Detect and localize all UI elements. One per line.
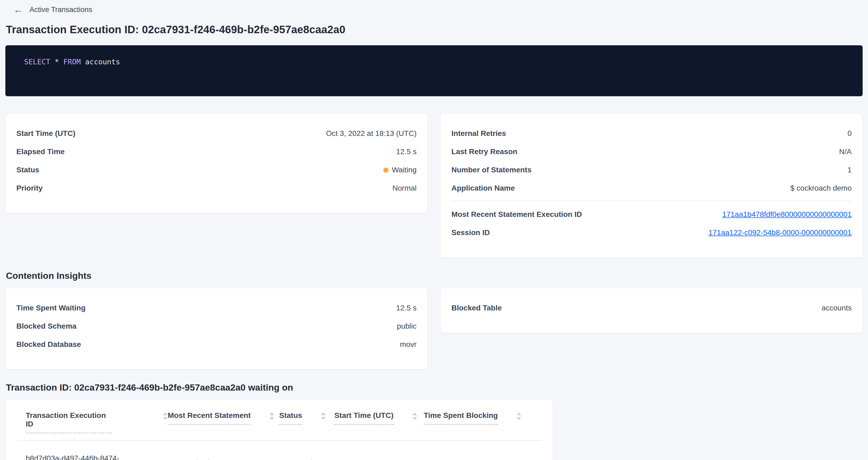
sql-table-name: accounts <box>85 58 120 66</box>
detail-label: Application Name <box>452 184 515 192</box>
detail-label: Session ID <box>452 228 490 237</box>
card-divider <box>452 201 851 201</box>
sort-icon[interactable] <box>412 412 417 420</box>
detail-row-time-spent-waiting: Time Spent Waiting 12.5 s <box>17 299 416 317</box>
waiting-on-heading: Transaction ID: 02ca7931-f246-469b-b2fe-… <box>6 382 863 393</box>
detail-label: Status <box>17 166 39 174</box>
detail-value: 12.5 s <box>396 148 416 156</box>
sort-icon[interactable] <box>321 412 326 420</box>
detail-row-stmt-exec-id: Most Recent Statement Execution ID 171aa… <box>452 205 851 223</box>
detail-label: Time Spent Waiting <box>17 304 86 312</box>
detail-row-start-time: Start Time (UTC) Oct 3, 2022 at 18:13 (U… <box>17 124 416 143</box>
sql-keyword-from: FROM <box>63 58 81 66</box>
detail-row-application-name: Application Name $ cockroach demo <box>452 179 851 197</box>
status-text: Waiting <box>392 166 416 174</box>
detail-row-statement-count: Number of Statements 1 <box>452 161 851 179</box>
statement-execution-id-link[interactable]: 171aa1b478fdf0e80000000000000001 <box>722 210 851 219</box>
overview-card-left: Start Time (UTC) Oct 3, 2022 at 18:13 (U… <box>5 113 428 213</box>
detail-value: 1 <box>847 166 851 174</box>
column-header-time-spent-blocking[interactable]: Time Spent Blocking <box>424 399 542 440</box>
page-title: Transaction Execution ID: 02ca7931-f246-… <box>6 24 863 36</box>
detail-label: Elapsed Time <box>17 148 65 156</box>
contention-card-left: Time Spent Waiting 12.5 s Blocked Schema… <box>5 288 428 369</box>
detail-label: Most Recent Statement Execution ID <box>452 210 582 219</box>
sort-icon[interactable] <box>270 412 274 420</box>
waiting-status-dot-icon <box>383 167 389 173</box>
cell-time-spent-blocking: 12.5 s <box>424 440 542 460</box>
detail-row-blocked-table: Blocked Table accounts <box>452 299 851 317</box>
transaction-details-page: ← Active Transactions Transaction Execut… <box>0 0 868 460</box>
overview-cards: Start Time (UTC) Oct 3, 2022 at 18:13 (U… <box>5 113 863 257</box>
column-header-start-time[interactable]: Start Time (UTC) <box>334 399 424 440</box>
detail-value: 0 <box>847 129 851 138</box>
table-row: b8d7d03a-d497-446b-8474-e50846674768 SHO… <box>17 440 542 460</box>
detail-value: 12.5 s <box>396 304 416 312</box>
detail-label: Blocked Schema <box>17 322 76 331</box>
detail-row-blocked-schema: Blocked Schema public <box>17 317 416 335</box>
detail-row-elapsed-time: Elapsed Time 12.5 s <box>17 143 416 161</box>
detail-label: Internal Retries <box>452 129 506 138</box>
detail-label: Priority <box>17 184 42 192</box>
column-label: Status <box>279 411 302 425</box>
session-id-link[interactable]: 171aa122-c092-54b8-0000-000000000001 <box>709 228 851 237</box>
status-badge: Waiting <box>383 166 416 174</box>
detail-value: accounts <box>822 304 851 312</box>
detail-value: movr <box>400 340 416 349</box>
detail-label: Last Retry Reason <box>452 148 517 156</box>
detail-value: Normal <box>393 184 416 192</box>
detail-label: Blocked Database <box>17 340 81 349</box>
status-badge: Executing <box>279 458 320 460</box>
cell-start-time: Oct 03, 2022 at 18:12 <box>334 440 424 460</box>
cell-most-recent-statement: SHOW database <box>168 440 279 460</box>
column-label: Start Time (UTC) <box>334 411 393 425</box>
detail-value: N/A <box>839 148 851 156</box>
detail-label: Blocked Table <box>452 304 502 312</box>
column-header-transaction-execution-id[interactable]: Transaction Execution ID <box>17 399 168 440</box>
contention-cards: Time Spent Waiting 12.5 s Blocked Schema… <box>5 288 863 369</box>
cell-status: Executing <box>279 440 334 460</box>
sql-star: * <box>55 58 59 66</box>
waiting-on-table: Transaction Execution ID Most Recent Sta… <box>17 399 542 460</box>
table-header-row: Transaction Execution ID Most Recent Sta… <box>17 399 542 440</box>
status-text: Executing <box>288 458 320 460</box>
contention-insights-heading: Contention Insights <box>6 271 863 281</box>
detail-label: Number of Statements <box>452 166 532 174</box>
detail-label: Start Time (UTC) <box>17 129 75 138</box>
detail-row-priority: Priority Normal <box>17 179 416 197</box>
sort-icon[interactable] <box>163 412 168 420</box>
back-arrow-icon[interactable]: ← <box>13 5 23 14</box>
detail-value: public <box>397 322 416 331</box>
column-header-status[interactable]: Status <box>279 399 334 440</box>
column-header-most-recent-statement[interactable]: Most Recent Statement <box>168 399 279 440</box>
detail-row-internal-retries: Internal Retries 0 <box>452 124 851 143</box>
cell-transaction-execution-id: b8d7d03a-d497-446b-8474-e50846674768 <box>17 440 168 460</box>
detail-row-last-retry-reason: Last Retry Reason N/A <box>452 143 851 161</box>
detail-row-status: Status Waiting <box>17 161 416 179</box>
breadcrumb-back-label[interactable]: Active Transactions <box>30 6 92 14</box>
sql-statement: SELECT * FROM accounts <box>24 58 848 66</box>
sql-keyword-select: SELECT <box>24 58 51 66</box>
column-label: Time Spent Blocking <box>424 411 498 425</box>
detail-value: $ cockroach demo <box>790 184 851 192</box>
sort-icon[interactable] <box>517 412 521 420</box>
sql-statement-box: SELECT * FROM accounts <box>5 45 863 96</box>
breadcrumb-back[interactable]: ← Active Transactions <box>5 3 863 14</box>
column-label: Most Recent Statement <box>168 411 251 425</box>
contention-card-right: Blocked Table accounts <box>440 288 863 333</box>
detail-row-session-id: Session ID 171aa122-c092-54b8-0000-00000… <box>452 223 851 242</box>
detail-row-blocked-database: Blocked Database movr <box>17 335 416 354</box>
column-label: Transaction Execution ID <box>26 411 112 433</box>
overview-card-right: Internal Retries 0 Last Retry Reason N/A… <box>440 113 863 257</box>
detail-value: Oct 3, 2022 at 18:13 (UTC) <box>326 129 416 138</box>
waiting-on-table-card: Transaction Execution ID Most Recent Sta… <box>5 399 553 460</box>
